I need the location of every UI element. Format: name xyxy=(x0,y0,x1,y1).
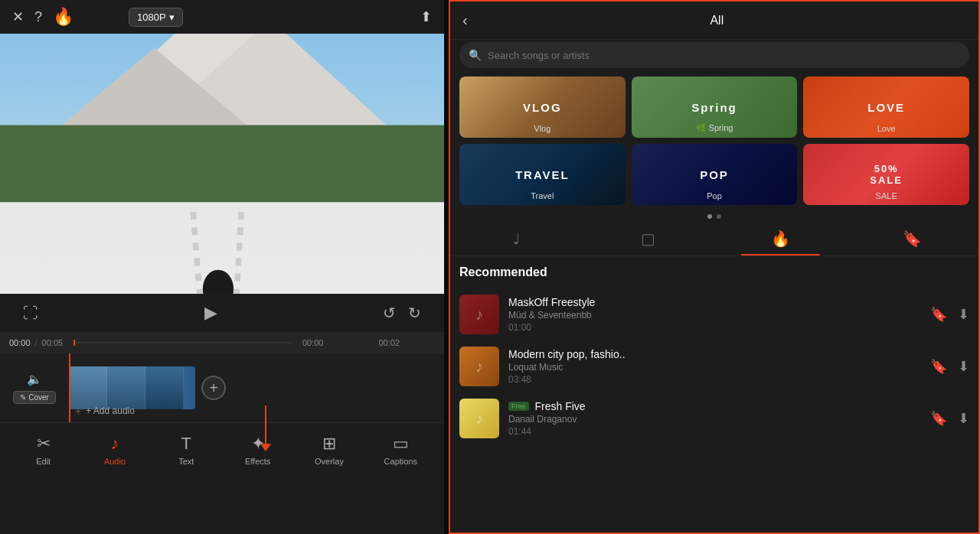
tab-bookmark[interactable]: 🔖 xyxy=(847,222,979,256)
toolbar-audio[interactable]: ♪ Audio xyxy=(93,434,136,466)
right-panel-header: ‹ All xyxy=(450,2,978,40)
pagination-dots xyxy=(450,211,978,222)
card-label-vlog: Vlog xyxy=(459,122,626,135)
song-duration-3: 01:44 xyxy=(508,426,921,437)
dot-2[interactable] xyxy=(717,214,721,219)
bookmark-song-2[interactable]: 🔖 xyxy=(930,358,947,375)
add-track-button[interactable]: + xyxy=(201,376,226,400)
top-bar: ✕ ? 🔥 1080P▾ ⬆ xyxy=(0,0,444,34)
music-card-love[interactable]: LOVE Love xyxy=(803,77,969,138)
toolbar-overlay[interactable]: ⊞ Overlay xyxy=(308,434,350,466)
song-info-2: Modern city pop, fashio.. Loquat Music 0… xyxy=(508,348,921,385)
help-icon[interactable]: ? xyxy=(34,9,42,25)
undo-icon[interactable]: ↺ xyxy=(383,304,396,322)
song-duration-2: 03:48 xyxy=(508,374,921,385)
music-card-pop[interactable]: POP Pop xyxy=(632,144,798,205)
download-song-2[interactable]: ⬇ xyxy=(958,358,969,375)
audio-track-row: + + Add audio xyxy=(69,399,444,422)
red-arrow xyxy=(260,405,271,451)
folder-icon: ▢ xyxy=(641,230,655,248)
song-duration-1: 01:00 xyxy=(508,322,921,333)
free-badge: Free xyxy=(508,402,529,411)
music-card-travel[interactable]: TRAVEL Travel xyxy=(459,144,626,205)
flame-tab-icon: 🔥 xyxy=(771,230,790,248)
text-icon: T xyxy=(181,434,191,454)
song-actions-3: 🔖 ⬇ xyxy=(930,410,969,427)
song-thumb-3: ♪ xyxy=(459,399,499,438)
toolbar-edit[interactable]: ✂ Edit xyxy=(22,434,64,466)
card-label-pop: Pop xyxy=(632,190,798,202)
playback-controls: ⛶ ▶ ↺ ↻ xyxy=(0,294,444,332)
song-list: ♪ MaskOff Freestyle Müd & Seventeenbb 01… xyxy=(450,288,978,444)
bookmark-icon: 🔖 xyxy=(903,230,922,248)
toolbar-captions[interactable]: ▭ Captions xyxy=(380,434,422,466)
captions-icon: ▭ xyxy=(393,434,409,454)
download-song-3[interactable]: ⬇ xyxy=(958,410,969,427)
search-input[interactable] xyxy=(488,50,960,61)
song-thumb-2: ♪ xyxy=(459,347,499,386)
song-item-1[interactable]: ♪ MaskOff Freestyle Müd & Seventeenbb 01… xyxy=(450,288,978,340)
timeline-bar: 00:00 / 00:05 00:00 00:02 xyxy=(0,332,444,353)
card-label-love: Love xyxy=(803,122,969,135)
card-label-sale: SALE xyxy=(803,190,969,202)
download-song-1[interactable]: ⬇ xyxy=(958,306,969,323)
mute-icon[interactable]: 🔈 xyxy=(27,372,42,386)
svg-rect-4 xyxy=(0,125,444,203)
tiktok-icon: ♩ xyxy=(513,230,520,248)
tab-flame[interactable]: 🔥 xyxy=(714,222,847,256)
tab-tiktok[interactable]: ♩ xyxy=(450,222,583,256)
timeline-tracks: 🔈 ✎ Cover + + + Add audio xyxy=(0,353,444,422)
marker1: 00:00 xyxy=(302,338,324,347)
song-title-1: MaskOff Freestyle xyxy=(508,296,921,308)
tab-folder[interactable]: ▢ xyxy=(583,222,715,256)
toolbar-effects[interactable]: ✦ Effects xyxy=(237,434,279,466)
current-time: 00:00 xyxy=(9,338,31,347)
song-item-2[interactable]: ♪ Modern city pop, fashio.. Loquat Music… xyxy=(450,340,978,392)
overlay-icon: ⊞ xyxy=(322,434,336,454)
search-input-wrapper: 🔍 xyxy=(459,42,969,68)
redo-icon[interactable]: ↻ xyxy=(408,304,421,322)
playhead xyxy=(69,353,70,422)
cover-button[interactable]: ✎ Cover xyxy=(13,391,56,404)
card-label-spring: 🌿 Spring xyxy=(632,122,798,135)
back-button[interactable]: ‹ xyxy=(462,11,468,29)
upload-icon[interactable]: ⬆ xyxy=(420,8,432,25)
music-grid-row-2: TRAVEL Travel POP Pop 50% SALE SALE xyxy=(459,144,969,205)
toolbar-text[interactable]: T Text xyxy=(165,434,207,466)
close-icon[interactable]: ✕ xyxy=(12,8,24,25)
audio-icon: ♪ xyxy=(110,434,119,454)
music-card-spring[interactable]: Spring 🌿 Spring xyxy=(632,77,798,138)
bottom-toolbar: ✂ Edit ♪ Audio T Text ✦ Effects ⊞ Overla… xyxy=(0,422,444,476)
music-grid-row-1: VLOG Vlog Spring 🌿 Spring LOVE Love xyxy=(459,77,969,138)
song-thumb-1: ♪ xyxy=(459,295,499,334)
song-artist-2: Loquat Music xyxy=(508,362,921,373)
bookmark-song-3[interactable]: 🔖 xyxy=(930,410,947,427)
scissors-icon: ✂ xyxy=(37,434,51,454)
resolution-button[interactable]: 1080P▾ xyxy=(129,8,183,27)
music-grid: VLOG Vlog Spring 🌿 Spring LOVE Love TRAV… xyxy=(450,70,978,211)
recommended-title: Recommended xyxy=(459,265,969,279)
bookmark-song-1[interactable]: 🔖 xyxy=(930,306,947,323)
panel-title: All xyxy=(468,14,966,28)
music-card-vlog[interactable]: VLOG Vlog xyxy=(459,77,626,138)
fullscreen-icon[interactable]: ⛶ xyxy=(23,304,38,322)
top-bar-icons: ✕ ? 🔥 xyxy=(12,7,74,27)
track-controls: 🔈 ✎ Cover xyxy=(0,353,69,422)
song-artist-1: Müd & Seventeenbb xyxy=(508,310,921,321)
play-button[interactable]: ▶ xyxy=(204,303,217,323)
left-panel: ✕ ? 🔥 1080P▾ ⬆ xyxy=(0,0,444,534)
arrow-head xyxy=(260,444,271,451)
song-title-3: Free Fresh Five xyxy=(508,400,921,412)
card-label-travel: Travel xyxy=(459,190,626,202)
search-bar: 🔍 xyxy=(450,40,978,70)
song-actions-1: 🔖 ⬇ xyxy=(930,306,969,323)
video-preview xyxy=(0,34,444,294)
marker2: 00:02 xyxy=(378,338,400,347)
song-info-3: Free Fresh Five Danail Draganov 01:44 xyxy=(508,400,921,437)
music-card-sale[interactable]: 50% SALE SALE xyxy=(803,144,969,205)
dot-1[interactable] xyxy=(707,214,712,219)
song-item-3[interactable]: ♪ Free Fresh Five Danail Draganov 01:44 … xyxy=(450,392,978,444)
total-time: 00:05 xyxy=(42,338,64,347)
add-audio-button[interactable]: + Add audio xyxy=(86,405,135,416)
song-artist-3: Danail Draganov xyxy=(508,414,921,425)
